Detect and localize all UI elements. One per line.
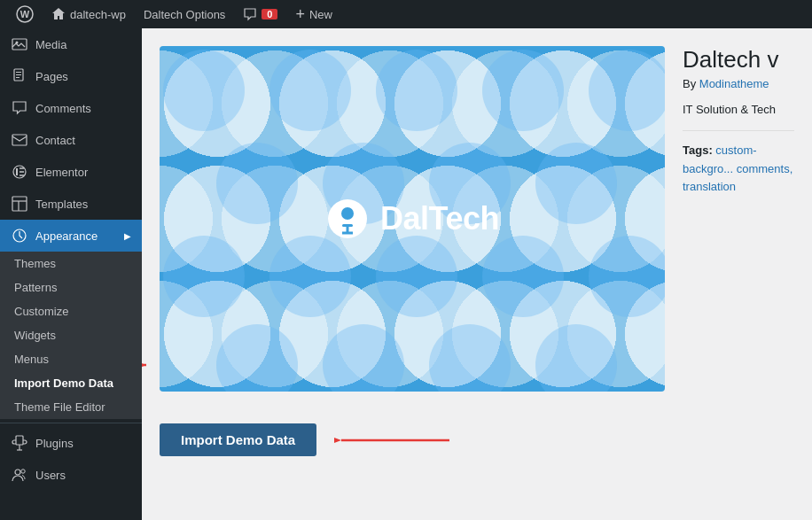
comment-count-badge: 0 — [262, 9, 277, 19]
svg-point-22 — [21, 470, 25, 473]
content-area: DalTech Import Demo Data — [142, 28, 812, 520]
elementor-icon — [11, 163, 28, 181]
svg-point-40 — [429, 324, 511, 392]
site-name-button[interactable]: daltech-wp — [43, 0, 135, 28]
theme-tags: Tags: custom-backgro... comments, transl… — [683, 142, 794, 197]
sidebar-red-arrow — [142, 175, 152, 369]
sidebar-divider — [0, 423, 142, 423]
theme-description: IT Solution & Tech — [683, 101, 794, 120]
comments-icon — [11, 99, 28, 117]
submenu-menus[interactable]: Menus — [0, 347, 142, 371]
contact-icon — [11, 131, 28, 149]
submenu-patterns[interactable]: Patterns — [0, 276, 142, 299]
svg-point-25 — [269, 50, 351, 131]
sidebar-appearance-label: Appearance — [35, 229, 98, 243]
svg-rect-7 — [16, 77, 20, 78]
daltech-options-label: Daltech Options — [144, 8, 226, 21]
sidebar-plugins-label: Plugins — [35, 437, 74, 450]
svg-point-27 — [482, 50, 564, 131]
new-content-button[interactable]: + New — [286, 0, 341, 28]
submenu-themes[interactable]: Themes — [0, 252, 142, 276]
users-icon — [11, 466, 28, 484]
main-layout: Media Pages Comments Contact — [0, 28, 812, 520]
svg-point-24 — [163, 50, 245, 131]
sidebar-item-plugins[interactable]: Plugins — [0, 427, 142, 459]
daltech-logo-text: DalTech — [380, 200, 499, 237]
submenu-customize[interactable]: Customize — [0, 299, 142, 323]
svg-point-35 — [376, 236, 457, 317]
daltech-options-button[interactable]: Daltech Options — [135, 0, 235, 28]
sidebar-users-label: Users — [35, 469, 66, 482]
submenu-widgets[interactable]: Widgets — [0, 323, 142, 347]
sidebar-item-users[interactable]: Users — [0, 459, 142, 491]
svg-point-36 — [482, 236, 564, 317]
wp-logo-icon: W — [16, 5, 34, 23]
appearance-icon — [11, 227, 28, 244]
svg-point-34 — [269, 236, 351, 317]
admin-bar: W daltech-wp Daltech Options 0 + New — [0, 0, 812, 28]
sidebar-item-media[interactable]: Media — [0, 28, 142, 60]
theme-info-divider — [683, 130, 794, 131]
svg-point-37 — [589, 236, 665, 317]
svg-point-39 — [323, 324, 404, 392]
sidebar-contact-label: Contact — [35, 134, 75, 147]
svg-point-29 — [216, 143, 298, 224]
theme-preview-section: DalTech Import Demo Data — [160, 46, 794, 456]
red-arrow-right — [334, 430, 449, 451]
comments-button[interactable]: 0 — [234, 0, 286, 28]
svg-point-41 — [535, 324, 617, 392]
theme-author: By Modinatheme — [683, 77, 794, 90]
svg-point-33 — [163, 236, 245, 317]
svg-rect-6 — [16, 74, 21, 75]
svg-point-21 — [15, 470, 20, 475]
sidebar-item-contact[interactable]: Contact — [0, 124, 142, 156]
svg-point-43 — [341, 207, 354, 220]
import-demo-data-button[interactable]: Import Demo Data — [160, 423, 316, 456]
media-icon — [11, 35, 28, 53]
theme-logo: DalTech — [325, 197, 499, 241]
button-arrow-annotation — [334, 430, 449, 451]
plus-icon: + — [295, 5, 305, 24]
theme-screenshot: DalTech — [160, 46, 665, 392]
theme-author-link[interactable]: Modinatheme — [699, 77, 769, 90]
svg-rect-44 — [342, 224, 353, 227]
sidebar-item-elementor[interactable]: Elementor — [0, 156, 142, 188]
svg-text:W: W — [20, 9, 30, 19]
sidebar-templates-label: Templates — [35, 198, 88, 211]
sidebar-elementor-label: Elementor — [35, 166, 88, 179]
svg-rect-14 — [12, 197, 27, 211]
import-button-area: Import Demo Data — [160, 423, 665, 456]
sidebar-item-pages[interactable]: Pages — [0, 60, 142, 92]
new-label: New — [309, 8, 332, 21]
sidebar: Media Pages Comments Contact — [0, 28, 142, 520]
site-name-label: daltech-wp — [70, 8, 126, 21]
plugins-icon — [11, 434, 28, 452]
wp-logo-button[interactable]: W — [7, 0, 43, 28]
sidebar-item-templates[interactable]: Templates — [0, 188, 142, 220]
svg-rect-18 — [16, 436, 23, 445]
svg-point-38 — [216, 324, 298, 392]
svg-rect-8 — [12, 135, 27, 145]
submenu-theme-file-editor[interactable]: Theme File Editor — [0, 395, 142, 419]
daltech-logo-icon — [325, 197, 370, 241]
theme-info: Daltech v By Modinatheme IT Solution & T… — [683, 46, 794, 197]
home-icon — [51, 7, 66, 21]
sidebar-comments-label: Comments — [35, 102, 91, 115]
appearance-chevron: ▶ — [124, 231, 131, 241]
svg-point-28 — [589, 50, 665, 131]
svg-rect-5 — [16, 72, 21, 73]
sidebar-item-appearance[interactable]: Appearance ▶ — [0, 220, 142, 252]
submenu-import-demo-data[interactable]: Import Demo Data — [0, 371, 142, 395]
svg-point-32 — [535, 143, 617, 224]
appearance-submenu: Themes Patterns Customize Widgets Menus … — [0, 252, 142, 419]
templates-icon — [11, 195, 28, 213]
svg-point-26 — [376, 50, 457, 131]
pages-icon — [11, 67, 28, 85]
comment-icon — [243, 7, 257, 21]
sidebar-item-comments[interactable]: Comments — [0, 92, 142, 124]
sidebar-pages-label: Pages — [35, 70, 68, 83]
theme-title: Daltech v — [683, 46, 794, 74]
sidebar-media-label: Media — [35, 38, 66, 51]
